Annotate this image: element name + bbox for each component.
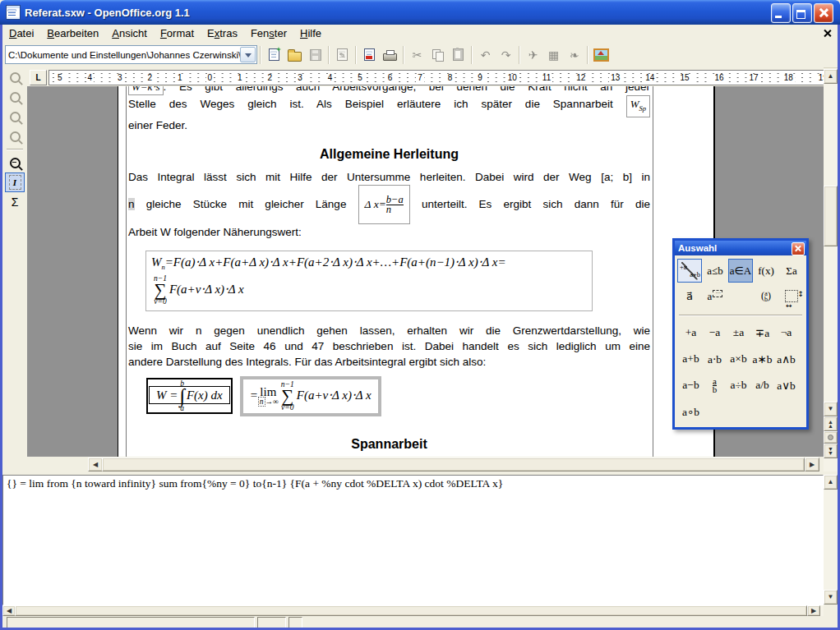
symbol-button-fraction[interactable]: ab [703, 378, 727, 393]
horizontal-scrollbar-thumb[interactable] [15, 605, 807, 616]
symbol-button[interactable]: ∓a [750, 326, 774, 340]
save-button [305, 45, 325, 65]
next-page-button[interactable]: ▼▼ [824, 444, 838, 458]
tab-type-button[interactable]: L [30, 70, 47, 85]
url-field[interactable]: C:\Dokumente und Einstellungen\Johannes … [6, 50, 240, 60]
category-misc[interactable]: a⋯ [703, 284, 727, 308]
status-panel-main [7, 617, 255, 628]
symbol-button[interactable]: a∘b [679, 405, 703, 419]
symbol-row: +a−a±a∓a¬a [677, 320, 804, 346]
redo-icon: ↷ [501, 49, 511, 61]
menu-item-format[interactable]: Format [154, 25, 201, 41]
load-url-combobox[interactable]: C:\Dokumente und Einstellungen\Johannes … [5, 45, 257, 64]
export-pdf-button[interactable] [359, 45, 380, 65]
symbol-button[interactable]: a×b [727, 352, 750, 366]
url-dropdown-button[interactable] [240, 47, 256, 62]
ruler-label: 3 [116, 74, 124, 82]
menu-item-hilfe[interactable]: Hilfe [293, 25, 328, 41]
document-page[interactable]: W=k⋅s. Es gibt allerdings auch Arbeitsvo… [118, 86, 715, 457]
open-button[interactable] [284, 45, 305, 65]
horizontal-ruler: L 54321012345678910111213141516171819 [2, 67, 824, 86]
symbols-catalog-button[interactable]: Σ [5, 192, 25, 212]
scroll-right-button[interactable]: ▶ [807, 605, 820, 616]
palette-title-bar[interactable]: Auswahl [675, 241, 806, 255]
zoom-out-button [5, 87, 25, 107]
hyperlink-icon: ❧ [570, 49, 579, 61]
symbol-button[interactable]: a∨b [774, 379, 798, 393]
formula-object-sum[interactable]: Wn=F(a)⋅Δ x+F(a+Δ x)⋅Δ x+F(a+2⋅Δ x)⋅Δ x+… [145, 251, 593, 311]
category-unary-binary-operators[interactable]: +aa+b [677, 259, 702, 283]
field-shading: n [128, 198, 135, 210]
symbol-button[interactable]: −a [703, 326, 727, 339]
symbol-button[interactable]: +a [679, 326, 703, 339]
close-button[interactable] [814, 3, 833, 23]
close-document-icon[interactable] [822, 28, 833, 39]
symbol-button[interactable]: a−b [679, 379, 703, 392]
menu-item-bearbeiten[interactable]: Bearbeiten [40, 25, 105, 41]
symbol-button[interactable]: a/b [750, 379, 774, 392]
vertical-scrollbar[interactable]: ▲ ▼ ▲▲ ▼▼ [824, 69, 838, 471]
menu-item-datei[interactable]: Datei [2, 25, 40, 41]
scroll-left-button[interactable]: ◀ [88, 458, 103, 471]
formula-object-integral-selected[interactable]: W =b∫aF(x) dx [146, 378, 233, 414]
palette-close-button[interactable] [792, 242, 805, 255]
title-bar[interactable]: Referat.sxw - OpenOffice.org 1.1 [0, 0, 840, 25]
menu-item-ansicht[interactable]: Ansicht [105, 25, 154, 41]
category-attributes[interactable]: a⃗ [677, 284, 702, 308]
symbol-button[interactable]: a∧b [774, 352, 798, 366]
formula-command-text[interactable]: {} = lim from {n toward infinity} sum fr… [3, 476, 823, 492]
horizontal-scrollbar[interactable]: ◀ ▶ [2, 457, 824, 471]
category-operators[interactable]: Σa [779, 259, 804, 283]
document-text[interactable]: W=k⋅s. Es gibt allerdings auch Arbeitsvo… [128, 86, 650, 457]
window-title: Referat.sxw - OpenOffice.org 1.1 [25, 7, 190, 19]
command-horizontal-scrollbar[interactable]: ◀ ▶ [2, 605, 824, 616]
ruler-label: 16 [713, 74, 725, 82]
formula-cursor-button[interactable]: I [5, 172, 25, 192]
gallery-button[interactable] [591, 45, 612, 65]
symbol-button[interactable]: ±a [727, 326, 750, 339]
symbol-button[interactable]: a⋅b [703, 352, 727, 366]
symbol-button[interactable]: a÷b [727, 379, 750, 392]
formula-object-wsp[interactable]: WSp [626, 95, 650, 117]
navigation-dot-button[interactable] [824, 431, 838, 444]
selected-token[interactable]: n [258, 397, 265, 407]
toolbar-separator [587, 46, 588, 64]
ruler-scale[interactable]: 54321012345678910111213141516171819 [48, 70, 837, 85]
category-formats[interactable] [779, 284, 804, 308]
minimize-button[interactable] [771, 3, 791, 23]
edit-file-icon [337, 48, 348, 61]
scroll-left-button[interactable]: ◀ [2, 605, 16, 616]
symbol-button[interactable]: a+b [679, 352, 703, 366]
vertical-scrollbar-thumb[interactable] [824, 186, 838, 246]
ruler-label: 1 [176, 74, 184, 82]
category-relations[interactable]: a≤b [703, 259, 727, 283]
scroll-down-button[interactable]: ▼ [824, 402, 838, 416]
zoom-in-button [5, 67, 25, 87]
category-brackets[interactable]: (ab) [754, 284, 778, 308]
print-button[interactable] [380, 45, 400, 65]
command-vertical-scrollbar[interactable]: ▲ ▼ [824, 475, 838, 605]
restore-button[interactable] [792, 3, 812, 23]
formula-object-limit-editing[interactable]: =limn→∞n−1∑ν=0F(a+ν⋅Δ x)⋅Δ x [240, 376, 381, 416]
scroll-up-button[interactable]: ▲ [824, 475, 838, 490]
horizontal-scrollbar-thumb[interactable] [102, 458, 805, 471]
symbol-button[interactable]: a∗b [750, 352, 774, 366]
category-set-operations[interactable]: a∈A [728, 259, 753, 283]
symbol-button[interactable]: ¬a [774, 326, 798, 339]
sigma-icon: Σ [12, 195, 19, 209]
formula-object-deltax[interactable]: Δ x=b−an [358, 185, 410, 224]
selection-palette-window[interactable]: Auswahl +aa+b a≤b a∈A f(x) Σa a⃗ a⋯ (ab)… [672, 238, 809, 430]
menu-item-extras[interactable]: Extras [201, 25, 244, 41]
ruler-label: 7 [416, 74, 424, 82]
new-document-button[interactable] [264, 45, 284, 65]
menu-item-fenster[interactable]: Fenster [244, 25, 293, 41]
formula-object-wks[interactable]: W=k⋅s [128, 86, 164, 95]
scroll-up-button[interactable]: ▲ [824, 69, 838, 84]
scroll-down-button[interactable]: ▼ [824, 590, 838, 605]
category-functions[interactable]: f(x) [754, 259, 778, 283]
ruler-label: 17 [748, 74, 760, 82]
previous-page-button[interactable]: ▲▲ [824, 416, 838, 431]
scroll-right-button[interactable]: ▶ [805, 458, 819, 471]
update-view-button[interactable] [5, 153, 25, 172]
formula-command-window[interactable]: {} = lim from {n toward infinity} sum fr… [2, 475, 824, 605]
